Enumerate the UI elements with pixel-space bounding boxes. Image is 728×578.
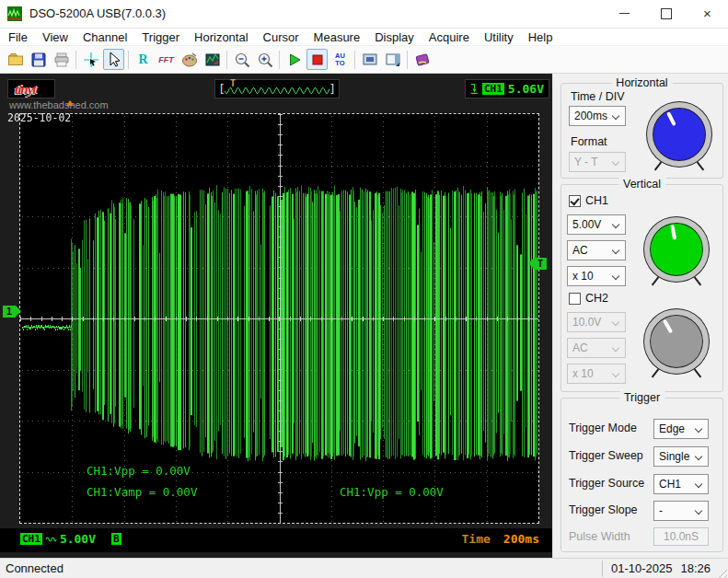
- menu-item-horizontal[interactable]: Horizontal: [187, 30, 256, 44]
- window-layout-icon: [385, 52, 401, 68]
- menu-bar: File View Channel Trigger Horizontal Cur…: [0, 29, 728, 46]
- menu-item-channel[interactable]: Channel: [75, 30, 134, 44]
- menu-item-display[interactable]: Display: [367, 30, 422, 44]
- trigger-slope-label: Trigger Slope: [569, 503, 638, 516]
- menu-item-view[interactable]: View: [35, 30, 75, 44]
- channel1-ground-marker[interactable]: 1: [3, 306, 16, 318]
- ch1-label: CH1: [585, 194, 608, 207]
- fullscreen-button[interactable]: [359, 49, 380, 70]
- trigger-mode-label: Trigger Mode: [569, 422, 637, 434]
- close-button[interactable]: ×: [687, 0, 728, 27]
- ch2-probe-select: x 10: [567, 364, 626, 384]
- ch1-volts-select[interactable]: 5.00V: [567, 214, 626, 235]
- waveform-plot[interactable]: CH1:Vpp = 0.00V CH1:Vamp = 0.00V CH1:Vpp…: [19, 113, 539, 524]
- toolbar-separator: [75, 51, 76, 69]
- help-book-icon: [414, 52, 431, 68]
- chevron-down-icon: [612, 247, 620, 255]
- measurement-vpp-2: CH1:Vpp = 0.00V: [340, 485, 444, 499]
- r-icon: R: [138, 52, 147, 67]
- chevron-down-icon: [695, 425, 703, 434]
- fft-icon: FFT: [158, 55, 174, 64]
- app-logo-icon: [7, 6, 22, 21]
- ch2-checkbox[interactable]: [569, 293, 581, 305]
- statusbar-divider: [602, 561, 603, 577]
- arrow-cursor-button[interactable]: [103, 49, 124, 70]
- palette-icon: [181, 52, 198, 68]
- control-panel: Horizontal Time / DIV 200ms Format Y - T: [552, 74, 728, 558]
- menu-item-measure[interactable]: Measure: [306, 30, 368, 44]
- zoom-out-button[interactable]: [231, 49, 252, 70]
- trigger-slope-select[interactable]: -: [653, 501, 709, 521]
- printer-icon: [53, 52, 70, 68]
- panel-layout-button[interactable]: [382, 49, 403, 70]
- save-button[interactable]: [28, 49, 49, 70]
- watermark-text: www.thebadshed.com: [9, 99, 109, 110]
- stop-acquisition-button[interactable]: [306, 49, 328, 70]
- folder-open-icon: [7, 52, 24, 68]
- magnifier-minus-icon: [234, 52, 250, 68]
- minimize-button[interactable]: [604, 0, 645, 27]
- help-button[interactable]: [411, 49, 433, 70]
- app-window: DSO-5200A USB(7.0.0.3) × File View Chann…: [0, 0, 728, 578]
- palette-button[interactable]: [179, 49, 200, 70]
- ch1-checkbox[interactable]: [569, 195, 581, 207]
- window-title: DSO-5200A USB(7.0.0.3): [29, 6, 166, 20]
- toolbar-separator: [226, 51, 227, 69]
- waveform-preview-box[interactable]: T [ ]: [214, 79, 340, 98]
- resize-grip[interactable]: [715, 567, 727, 578]
- statusbar-time: 18:26: [681, 561, 711, 575]
- ch2-position-knob[interactable]: [644, 309, 709, 374]
- zoom-in-button[interactable]: [254, 49, 275, 70]
- ch1-checkbox-row[interactable]: CH1: [569, 194, 608, 207]
- maximize-button[interactable]: [645, 0, 687, 27]
- menu-item-trigger[interactable]: Trigger: [134, 30, 187, 44]
- trigger-source-select[interactable]: CH1: [653, 474, 709, 494]
- trigger-readout-box: CH1 5.06V: [465, 79, 549, 98]
- menu-item-utility[interactable]: Utility: [477, 30, 521, 44]
- crosshair-cursor-button[interactable]: [80, 49, 101, 70]
- open-button[interactable]: [5, 49, 26, 70]
- chevron-down-icon: [612, 221, 620, 229]
- start-acquisition-button[interactable]: [283, 49, 305, 70]
- arrow-cursor-icon: [106, 52, 122, 68]
- ch2-checkbox-row[interactable]: CH2: [569, 292, 608, 305]
- trigger-group-title: Trigger: [619, 391, 664, 404]
- waveform-image-button[interactable]: [202, 49, 223, 70]
- horizontal-group: Horizontal Time / DIV 200ms Format Y - T: [560, 83, 723, 179]
- trigger-level-icon: [470, 82, 479, 96]
- trigger-level-marker[interactable]: T: [534, 258, 547, 270]
- toolbar: R FFT: [0, 46, 728, 74]
- trigger-level-value: 5.06V: [508, 82, 544, 96]
- ch1-coupling-select[interactable]: AC: [567, 240, 626, 260]
- chevron-down-icon: [612, 112, 620, 121]
- menu-item-acquire[interactable]: Acquire: [422, 30, 477, 44]
- menu-item-cursor[interactable]: Cursor: [256, 30, 306, 44]
- format-label: Format: [571, 135, 607, 148]
- chevron-down-icon: [612, 272, 620, 281]
- time-div-select[interactable]: 200ms: [569, 106, 626, 126]
- trigger-mode-select[interactable]: Edge: [653, 419, 709, 439]
- trigger-sweep-select[interactable]: Single: [653, 446, 709, 467]
- minimize-icon: [619, 13, 630, 14]
- trigger-source-label: Trigger Source: [569, 477, 644, 490]
- r-tool-button[interactable]: R: [133, 49, 154, 70]
- main-area: tinyt T [ ] CH1 5.06V www.thebad: [0, 74, 728, 558]
- fft-button[interactable]: FFT: [156, 49, 177, 70]
- toolbar-separator: [128, 51, 129, 69]
- menu-item-help[interactable]: Help: [521, 30, 560, 44]
- play-icon: [286, 52, 303, 68]
- auto-setup-button[interactable]: AUTO: [329, 49, 351, 70]
- horizontal-position-knob[interactable]: [647, 102, 711, 167]
- trigger-sweep-label: Trigger Sweep: [569, 449, 643, 462]
- print-button[interactable]: [51, 49, 72, 70]
- title-bar: DSO-5200A USB(7.0.0.3) ×: [0, 0, 728, 29]
- ch1-probe-select[interactable]: x 10: [567, 266, 626, 286]
- scope-display-area: tinyt T [ ] CH1 5.06V www.thebad: [0, 74, 552, 558]
- waveform-canvas[interactable]: [20, 114, 538, 523]
- status-bar: Connected 01-10-2025 18:26: [0, 558, 728, 578]
- vendor-logo-box: tinyt: [7, 79, 55, 98]
- ch1-position-knob[interactable]: [644, 217, 709, 282]
- menu-item-file[interactable]: File: [7, 30, 35, 44]
- close-icon: ×: [703, 6, 711, 20]
- toolbar-separator: [354, 51, 355, 69]
